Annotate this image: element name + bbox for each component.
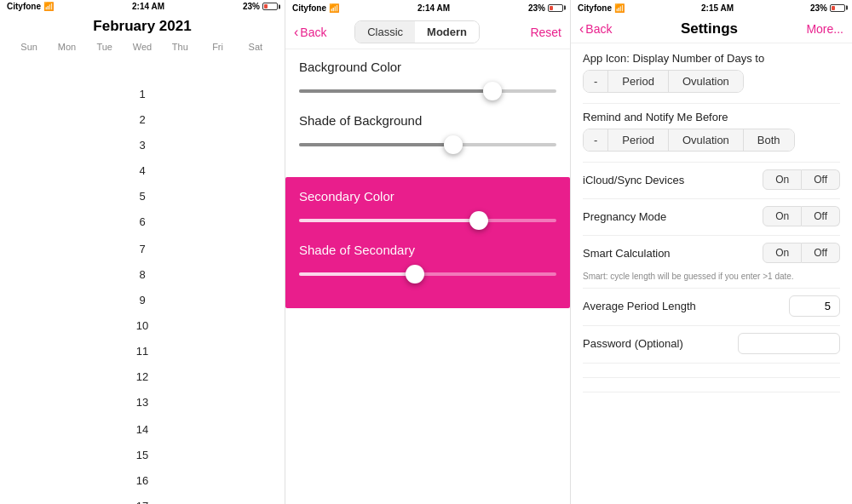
back-chevron-middle: ‹ — [294, 25, 298, 40]
time-right: 2:15 AM — [701, 3, 734, 13]
status-bar-left: Cityfone 📶 2:14 AM 23% — [0, 0, 285, 13]
col-thu: Thu — [161, 42, 199, 52]
cal-day[interactable]: 10 — [10, 312, 274, 338]
divider — [583, 103, 840, 104]
divider — [583, 325, 840, 326]
cal-day[interactable]: 14 — [10, 416, 274, 442]
carrier-left: Cityfone — [7, 2, 41, 11]
cal-day[interactable]: 12 — [10, 364, 274, 389]
secondary-color-slider[interactable] — [299, 212, 556, 229]
wifi-icon: 📶 — [43, 2, 54, 11]
avg-period-input[interactable] — [789, 295, 840, 317]
status-bar-middle: Cityfone 📶 2:14 AM 23% — [285, 0, 570, 15]
battery-icon-r — [830, 4, 845, 12]
app-icon-dash-button[interactable]: - — [584, 71, 608, 92]
back-button-right[interactable]: ‹ Back — [579, 21, 612, 37]
shade-slider-thumb[interactable] — [444, 135, 463, 154]
sec-shade-track — [299, 272, 556, 276]
mode-toggle: Classic Modern — [354, 20, 480, 43]
remind-both-button[interactable]: Both — [744, 129, 794, 151]
cal-day[interactable]: 9 — [10, 287, 274, 312]
divider — [583, 162, 840, 163]
password-input[interactable] — [738, 333, 840, 354]
shade-slider-track — [299, 143, 556, 146]
pregnancy-toggle: On Off — [763, 206, 840, 226]
app-icon-period-button[interactable]: Period — [608, 71, 669, 92]
cal-day[interactable]: 6 — [10, 209, 274, 234]
smart-calc-on-button[interactable]: On — [763, 243, 802, 263]
cal-day[interactable]: 2 — [10, 106, 274, 132]
col-tue: Tue — [86, 42, 124, 52]
secondary-section: Secondary Color Shade of Secondary — [285, 177, 570, 308]
bg-color-label: Background Color — [299, 60, 556, 74]
battery-percent-left: 23% — [243, 2, 260, 11]
password-row: Password (Optional) — [583, 333, 840, 354]
battery-icon-left — [262, 3, 278, 10]
cal-day[interactable]: 15 — [10, 442, 274, 467]
back-button-middle[interactable]: ‹ Back — [294, 25, 326, 40]
pregnancy-on-button[interactable]: On — [763, 206, 802, 226]
settings-content: App Icon: Display Number of Days to - Pe… — [571, 43, 852, 504]
cal-day[interactable]: 11 — [10, 338, 274, 364]
bg-slider-thumb[interactable] — [483, 82, 502, 100]
time-left: 2:14 AM — [132, 2, 164, 11]
divider — [583, 288, 840, 289]
pregnancy-off-button[interactable]: Off — [802, 206, 840, 226]
col-mon: Mon — [48, 42, 85, 52]
cal-day[interactable]: 4 — [10, 158, 274, 183]
icloud-off-button[interactable]: Off — [802, 169, 840, 190]
cal-day[interactable]: 13 — [10, 389, 274, 415]
bg-slider-track — [299, 89, 556, 93]
cal-day[interactable]: 5 — [10, 183, 274, 209]
cal-day[interactable]: 8 — [10, 261, 274, 287]
cal-day[interactable]: 7 — [10, 236, 274, 261]
shade-bg-slider[interactable] — [299, 136, 556, 153]
shade-secondary-slider[interactable] — [299, 266, 556, 283]
col-sat: Sat — [237, 42, 274, 52]
sec-slider-thumb[interactable] — [469, 211, 488, 230]
app-icon-ovulation-button[interactable]: Ovulation — [669, 71, 743, 92]
sec-slider-fill — [299, 219, 479, 222]
cal-day[interactable] — [10, 55, 274, 81]
color-section: Background Color Shade of Background — [285, 49, 570, 177]
smart-calc-off-button[interactable]: Off — [802, 243, 840, 263]
february-title: February 2021 — [9, 18, 276, 35]
remind-toggle: - Period Ovulation Both — [583, 129, 795, 152]
remind-period-button[interactable]: Period — [608, 129, 669, 151]
icloud-toggle: On Off — [763, 169, 840, 190]
carrier-middle: Cityfone — [292, 3, 326, 13]
icloud-on-button[interactable]: On — [763, 169, 802, 190]
smart-calc-label: Smart Calculation — [583, 247, 671, 260]
smart-calc-toggle: On Off — [763, 243, 840, 263]
settings-title: Settings — [612, 20, 806, 37]
mode-modern-button[interactable]: Modern — [415, 21, 479, 43]
mode-classic-button[interactable]: Classic — [355, 21, 415, 43]
cal-day[interactable]: 3 — [10, 132, 274, 158]
remind-label: Remind and Notify Me Before — [583, 111, 840, 123]
divider — [583, 392, 840, 392]
bg-color-slider[interactable] — [299, 83, 556, 100]
sec-shade-fill — [299, 272, 415, 276]
col-sun: Sun — [10, 42, 48, 52]
remind-ovulation-button[interactable]: Ovulation — [669, 129, 744, 151]
battery-percent-r: 23% — [810, 3, 827, 13]
pregnancy-label: Pregnancy Mode — [583, 210, 666, 223]
calendar-section: February 2021 Sun Mon Tue Wed Thu Fri Sa… — [0, 13, 285, 504]
reset-button[interactable]: Reset — [530, 26, 561, 39]
cal-day[interactable]: 16 — [10, 467, 274, 493]
app-icon-toggle: - Period Ovulation — [583, 70, 744, 93]
status-bar-right: Cityfone 📶 2:15 AM 23% — [571, 0, 852, 15]
password-label: Password (Optional) — [583, 337, 683, 350]
divider — [583, 377, 840, 378]
cal-day[interactable]: 1 — [10, 81, 274, 106]
battery-icon-m — [548, 4, 563, 12]
remind-row: Remind and Notify Me Before - Period Ovu… — [583, 111, 840, 152]
sec-shade-thumb[interactable] — [406, 265, 424, 284]
remind-dash-button[interactable]: - — [584, 129, 608, 151]
pregnancy-row: Pregnancy Mode On Off — [583, 206, 840, 226]
app-icon-label: App Icon: Display Number of Days to — [583, 52, 840, 65]
more-button[interactable]: More... — [806, 22, 843, 36]
cal-day[interactable]: 17 — [10, 493, 274, 504]
shade-bg-label: Shade of Background — [299, 113, 556, 128]
divider — [583, 235, 840, 236]
